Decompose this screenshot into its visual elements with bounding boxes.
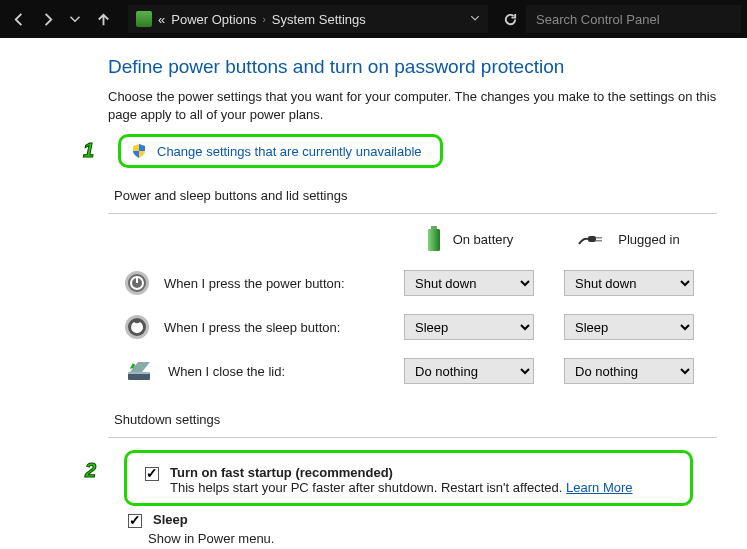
setting-label-text: When I press the power button: [164, 276, 345, 291]
svg-rect-2 [428, 229, 440, 251]
nav-forward-button[interactable] [34, 6, 60, 32]
sleep-button-battery-select[interactable]: Sleep [404, 314, 534, 340]
setting-label-text: When I press the sleep button: [164, 320, 340, 335]
titlebar: « Power Options › System Settings Search… [0, 0, 747, 38]
fast-startup-label: Turn on fast startup (recommended) [170, 465, 393, 480]
divider [108, 437, 717, 438]
sleep-button-plugged-select[interactable]: Sleep [564, 314, 694, 340]
breadcrumb-item[interactable]: System Settings [272, 12, 366, 27]
nav-history-button[interactable] [62, 6, 88, 32]
lid-icon [124, 360, 154, 382]
chevron-right-icon: › [263, 14, 266, 25]
fast-startup-box: 2 Turn on fast startup (recommended) Thi… [124, 450, 693, 506]
plug-icon [578, 232, 608, 246]
page-title: Define power buttons and turn on passwor… [108, 56, 717, 78]
sleep-checkbox[interactable] [128, 514, 142, 528]
sleep-subtext: Show in Power menu. [148, 531, 717, 546]
column-header-plugged: Plugged in [618, 232, 679, 247]
setting-row-power-button: When I press the power button: Shut down… [124, 270, 717, 296]
address-bar[interactable]: « Power Options › System Settings [128, 5, 488, 33]
lid-battery-select[interactable]: Do nothing [404, 358, 534, 384]
page-description: Choose the power settings that you want … [108, 88, 717, 124]
sleep-option: Sleep [124, 512, 717, 531]
change-settings-link[interactable]: Change settings that are currently unava… [157, 144, 422, 159]
sleep-label: Sleep [153, 512, 188, 527]
search-input[interactable]: Search Control Panel [526, 5, 741, 33]
breadcrumb-overflow[interactable]: « [158, 12, 165, 27]
nav-back-button[interactable] [6, 6, 32, 32]
fast-startup-option: Turn on fast startup (recommended) This … [141, 465, 676, 495]
setting-label-text: When I close the lid: [168, 364, 285, 379]
svg-rect-9 [136, 276, 138, 283]
svg-rect-3 [588, 236, 596, 242]
svg-rect-4 [596, 237, 602, 239]
annotation-1: 1 [83, 139, 94, 162]
setting-row-lid: When I close the lid: Do nothing Do noth… [124, 358, 717, 384]
column-header-battery: On battery [453, 232, 514, 247]
svg-rect-0 [431, 226, 437, 229]
fast-startup-subtext: This helps start your PC faster after sh… [170, 480, 566, 495]
address-dropdown-button[interactable] [470, 12, 480, 26]
setting-row-sleep-button: When I press the sleep button: Sleep Sle… [124, 314, 717, 340]
power-button-battery-select[interactable]: Shut down [404, 270, 534, 296]
control-panel-icon [136, 11, 152, 27]
svg-rect-5 [596, 240, 602, 242]
content-area: Define power buttons and turn on passwor… [0, 38, 747, 549]
search-placeholder: Search Control Panel [536, 12, 660, 27]
svg-rect-13 [128, 372, 150, 374]
power-button-icon [124, 270, 150, 296]
learn-more-link[interactable]: Learn More [566, 480, 632, 495]
column-headers: On battery Plugged in [124, 226, 717, 252]
breadcrumb-item[interactable]: Power Options [171, 12, 256, 27]
divider [108, 213, 717, 214]
uac-shield-icon [131, 143, 147, 159]
battery-icon [425, 226, 443, 252]
lid-plugged-select[interactable]: Do nothing [564, 358, 694, 384]
change-settings-link-box: 1 Change settings that are currently una… [118, 134, 443, 168]
sleep-button-icon [124, 314, 150, 340]
refresh-button[interactable] [496, 5, 524, 33]
power-button-plugged-select[interactable]: Shut down [564, 270, 694, 296]
annotation-2: 2 [85, 459, 96, 482]
section-title: Power and sleep buttons and lid settings [114, 188, 717, 203]
section-title: Shutdown settings [114, 412, 717, 427]
fast-startup-checkbox[interactable] [145, 467, 159, 481]
nav-up-button[interactable] [90, 6, 116, 32]
